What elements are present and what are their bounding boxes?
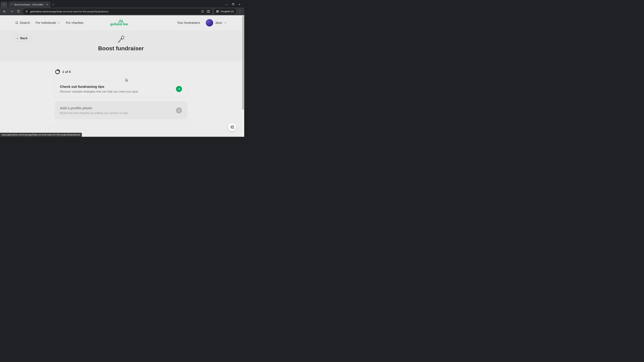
help-chat-button[interactable] xyxy=(228,123,236,131)
for-individuals-menu[interactable]: For individuals xyxy=(36,21,60,25)
window-maximize-icon[interactable] xyxy=(232,3,234,6)
svg-rect-8 xyxy=(207,10,210,12)
window-close-icon[interactable]: ✕ xyxy=(238,3,240,6)
svg-rect-3 xyxy=(26,11,28,11)
progress-indicator: 1 of 5 xyxy=(55,69,187,74)
svg-line-13 xyxy=(119,20,120,21)
tasks-section: 1 of 5 Check out fundraising tips Discov… xyxy=(0,61,242,125)
page-viewport: Search For individuals For charities xyxy=(0,15,244,137)
svg-text:me: me xyxy=(123,22,128,26)
nav-back-button[interactable] xyxy=(2,8,8,14)
task-title: Check out fundraising tips xyxy=(60,85,138,89)
address-bar-url: gofundme.com/manage/help-me-fund-raise-f… xyxy=(30,10,108,13)
new-tab-button[interactable]: ＋ xyxy=(50,1,56,7)
page-title: Boost fundraiser xyxy=(0,45,242,52)
incognito-indicator[interactable]: Incognito (2) xyxy=(214,8,236,14)
hero-section: Back Boost fundraiser xyxy=(0,30,242,61)
task-desc: Build trust and empathy by adding your p… xyxy=(60,111,129,115)
side-panel-icon[interactable] xyxy=(206,10,210,13)
task-card-partial[interactable] xyxy=(55,123,187,125)
address-bar[interactable]: gofundme.com/manage/help-me-fund-raise-f… xyxy=(23,8,212,14)
chevron-down-icon xyxy=(224,21,227,24)
for-charities-label: For charities xyxy=(66,21,84,25)
browser-tab[interactable]: Boost fundraiser - GoFundMe ✕ xyxy=(8,1,50,7)
nav-forward-button[interactable] xyxy=(9,8,14,14)
site-info-icon[interactable] xyxy=(25,10,28,13)
task-card-tips[interactable]: Check out fundraising tips Discover valu… xyxy=(55,80,187,98)
task-title: Add a profile photo xyxy=(60,106,129,110)
incognito-label: Incognito (2) xyxy=(221,10,234,13)
tab-title: Boost fundraiser - GoFundMe xyxy=(14,3,43,6)
svg-rect-17 xyxy=(121,36,124,39)
progress-label: 1 of 5 xyxy=(62,70,71,74)
for-charities-link[interactable]: For charities xyxy=(66,21,84,25)
chevron-left-icon xyxy=(16,37,18,39)
your-fundraisers-link[interactable]: Your fundraisers xyxy=(177,21,200,25)
svg-line-11 xyxy=(17,23,18,24)
svg-point-18 xyxy=(122,38,122,38)
browser-toolbar: gofundme.com/manage/help-me-fund-raise-f… xyxy=(0,7,244,15)
search-link[interactable]: Search xyxy=(15,21,30,25)
svg-point-10 xyxy=(16,22,18,24)
link-status-bar: www.gofundme.com/manage/help-me-fund-rai… xyxy=(0,133,82,137)
window-controls: — ✕ xyxy=(226,3,244,7)
scrollbar-thumb[interactable] xyxy=(242,16,244,110)
svg-line-14 xyxy=(122,20,122,21)
chat-help-icon xyxy=(230,125,234,129)
svg-marker-7 xyxy=(201,10,204,13)
browser-menu-icon[interactable]: ⋮ xyxy=(238,9,242,13)
user-name-label: Jane xyxy=(215,21,222,25)
svg-point-22 xyxy=(232,127,232,127)
gofundme-logo[interactable]: gofund me xyxy=(110,19,132,26)
site-header: Search For individuals For charities xyxy=(0,15,242,30)
task-go-button[interactable] xyxy=(176,86,182,92)
progress-ring-icon xyxy=(55,69,60,74)
scrollbar-track[interactable] xyxy=(242,15,244,137)
svg-point-24 xyxy=(232,127,233,127)
for-individuals-label: For individuals xyxy=(36,21,56,25)
tab-search-dropdown[interactable] xyxy=(1,2,8,7)
svg-rect-0 xyxy=(232,4,234,5)
arrow-right-icon xyxy=(178,87,180,90)
tab-close-icon[interactable]: ✕ xyxy=(46,3,48,6)
nav-reload-button[interactable] xyxy=(16,8,22,14)
search-label: Search xyxy=(20,21,30,25)
boost-illustration-icon xyxy=(117,35,125,43)
back-button[interactable]: Back xyxy=(14,35,31,41)
task-desc: Discover valuable strategies that can he… xyxy=(60,90,138,93)
tab-favicon xyxy=(10,3,13,6)
chevron-down-icon xyxy=(58,21,60,24)
bookmark-star-icon[interactable] xyxy=(201,10,204,13)
window-minimize-icon[interactable]: — xyxy=(226,3,228,6)
user-avatar xyxy=(206,19,213,26)
svg-point-19 xyxy=(121,39,121,39)
account-menu[interactable]: Jane xyxy=(206,19,227,26)
svg-rect-4 xyxy=(26,12,28,12)
your-fundraisers-label: Your fundraisers xyxy=(177,21,200,25)
browser-window: Boost fundraiser - GoFundMe ✕ ＋ — ✕ xyxy=(0,0,244,137)
task-done-indicator xyxy=(176,107,182,113)
back-label: Back xyxy=(20,36,28,40)
svg-text:gofund: gofund xyxy=(110,22,122,26)
titlebar: Boost fundraiser - GoFundMe ✕ ＋ — ✕ xyxy=(0,0,244,7)
task-card-profile-photo[interactable]: Add a profile photo Build trust and empa… xyxy=(55,102,187,119)
check-icon xyxy=(178,109,180,112)
svg-point-23 xyxy=(232,127,232,127)
